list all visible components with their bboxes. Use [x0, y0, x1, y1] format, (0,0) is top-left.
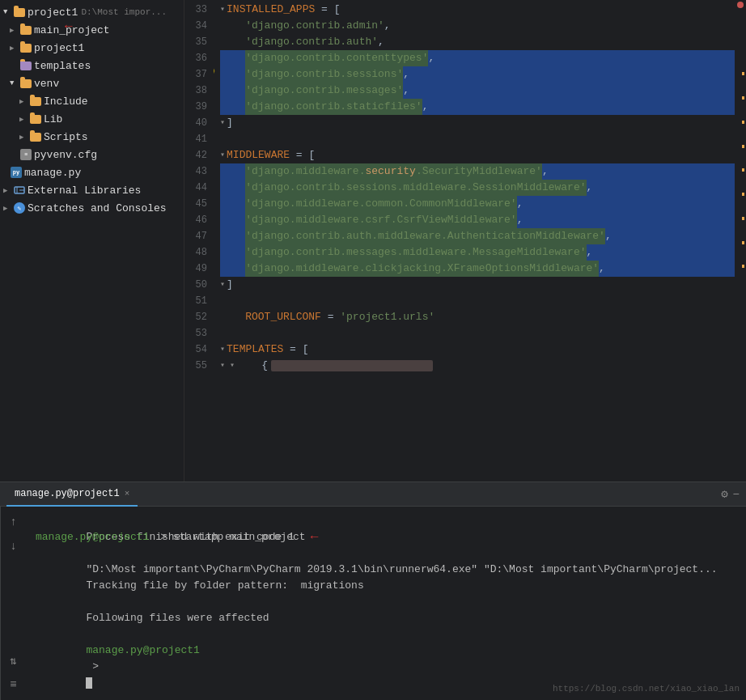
terminal-actions: ⚙ −: [721, 487, 740, 501]
bulb-icon[interactable]: 💡: [214, 66, 217, 83]
code-token: MIDDLEWARE: [227, 147, 290, 163]
cfg-file-icon: ≡: [19, 148, 32, 161]
project-sidebar: ▼ project1 D:\Most impor... ▶ main_proje…: [0, 0, 184, 482]
include-label: Include: [44, 95, 88, 108]
sidebar-item-scratches[interactable]: ▶ ✎ Scratches and Consoles: [0, 199, 184, 217]
warning-stripe: [742, 265, 744, 268]
term-separator: > startapp main_project: [154, 529, 305, 545]
sidebar-item-lib[interactable]: ▶ Lib: [0, 110, 184, 128]
code-token: ,: [403, 83, 409, 99]
code-token: [220, 261, 245, 277]
code-token: ,: [403, 66, 409, 83]
code-token: ,: [587, 244, 593, 261]
code-line-53: [220, 325, 735, 342]
sidebar-item-main-project[interactable]: ▶ main_project ←: [0, 21, 184, 39]
code-token: [220, 34, 245, 50]
warning-stripe: [742, 96, 744, 100]
fold-icon-2[interactable]: ▾: [230, 358, 235, 374]
scroll-down-button[interactable]: ↓: [5, 537, 23, 555]
code-token: [220, 163, 245, 180]
filter-button[interactable]: ≡: [5, 676, 23, 694]
fold-icon[interactable]: ▾: [220, 115, 225, 131]
code-token: ,: [517, 196, 523, 212]
code-token: ,: [517, 212, 523, 228]
code-token: 'django.middleware.security.SecurityMidd…: [245, 163, 542, 180]
code-line-41: [220, 131, 735, 147]
terminal-tab-label: manage.py@project1: [15, 488, 120, 499]
scroll-up-button[interactable]: ↑: [5, 513, 23, 531]
chevron-right-icon: ▶: [19, 115, 28, 124]
fold-icon[interactable]: ▾: [220, 277, 225, 293]
code-token: ,: [422, 99, 429, 115]
sidebar-item-venv[interactable]: ▼ venv: [0, 74, 184, 92]
code-token: = [: [315, 2, 340, 18]
code-token: 'django.contrib.auth.middleware.Authenti…: [245, 228, 605, 244]
cursor-block: [86, 677, 92, 689]
fold-icon[interactable]: ▾: [220, 342, 225, 358]
code-token: [220, 244, 245, 261]
sidebar-item-scripts[interactable]: ▶ Scripts: [0, 128, 184, 146]
code-line-33: ▾ INSTALLED_APPS = [: [220, 2, 735, 18]
code-token: 'django.middleware.clickjacking.XFrameOp…: [245, 261, 599, 277]
sidebar-item-include[interactable]: ▶ Include: [0, 92, 184, 110]
code-token: ,: [378, 34, 384, 50]
code-token: 'django.contrib.admin': [245, 18, 384, 34]
sidebar-item-managepy[interactable]: py manage.py: [0, 163, 184, 181]
code-token: [220, 196, 245, 212]
code-line-52: ROOT_URLCONF = 'project1.urls': [220, 309, 735, 325]
terminal-tab-managepy[interactable]: manage.py@project1 ×: [6, 482, 138, 507]
editor-content: 33 34 35 36 37 38 39 40 41 42 43 44 45 4…: [184, 0, 746, 482]
terminal-line-6: Following files were affected: [36, 594, 736, 610]
sidebar-item-project1[interactable]: ▶ project1: [0, 39, 184, 57]
code-token: 'django.middleware.common.CommonMiddlewa…: [245, 196, 516, 212]
code-token: [220, 309, 245, 325]
fold-icon[interactable]: ▾: [220, 358, 225, 374]
code-token: [220, 50, 245, 66]
chevron-down-icon: ▼: [10, 79, 18, 87]
code-content[interactable]: ▾ INSTALLED_APPS = [ 'django.contrib.adm…: [214, 0, 735, 482]
annotation-arrow: ←: [65, 19, 73, 34]
code-token: 'django.middleware.csrf.CsrfViewMiddlewa…: [245, 212, 516, 228]
folder-icon: [19, 41, 32, 54]
warning-stripe: [742, 241, 744, 244]
terminal-line-3: "D:\Most important\PyCharm\PyCharm 2019.…: [36, 545, 736, 562]
code-line-42: ▾ MIDDLEWARE = [: [220, 147, 735, 163]
fold-icon[interactable]: ▾: [220, 147, 225, 163]
terminal-output[interactable]: Process finished with exit code 1 manage…: [26, 507, 746, 700]
code-token: ,: [587, 180, 593, 196]
sidebar-item-external-libs[interactable]: ▶ External Libraries: [0, 181, 184, 199]
minimize-button[interactable]: −: [733, 488, 740, 501]
code-token: ,: [428, 50, 434, 66]
sort-button[interactable]: ⇅: [5, 651, 23, 669]
editor-gutter: [735, 0, 746, 482]
folder-icon: [29, 112, 42, 125]
line-numbers: 33 34 35 36 37 38 39 40 41 42 43 44 45 4…: [184, 0, 214, 482]
scratches-label: Scratches and Consoles: [28, 202, 167, 214]
code-token: [220, 180, 245, 196]
chevron-right-icon: ▶: [19, 97, 28, 106]
folder-icon: [29, 130, 42, 143]
settings-button[interactable]: ⚙: [721, 487, 727, 501]
code-line-45: 'django.middleware.common.CommonMiddlewa…: [220, 196, 735, 212]
sidebar-item-project1-root[interactable]: ▼ project1 D:\Most impor...: [0, 3, 184, 21]
code-token: ,: [384, 18, 391, 34]
sidebar-item-templates[interactable]: templates: [0, 57, 184, 74]
sidebar-item-pyvenv[interactable]: ≡ pyvenv.cfg: [0, 146, 184, 163]
folder-icon: [19, 77, 32, 90]
tab-close-button[interactable]: ×: [125, 489, 130, 498]
folder-icon: [19, 59, 32, 72]
chevron-right-icon: ▶: [3, 186, 11, 195]
term-prompt: manage.py@project1: [36, 529, 149, 545]
warning-stripe: [742, 145, 744, 148]
warning-stripe: [742, 168, 744, 172]
chevron-down-icon: ▼: [3, 8, 11, 16]
warning-stripe: [742, 72, 744, 75]
external-libs-icon: [13, 184, 26, 197]
fold-icon[interactable]: ▾: [220, 2, 225, 18]
folder-icon: [13, 6, 26, 19]
code-token: INSTALLED_APPS: [227, 2, 315, 18]
main-area: ▼ project1 D:\Most impor... ▶ main_proje…: [0, 0, 746, 482]
code-token: 'django.contrib.staticfiles': [245, 99, 422, 115]
code-line-50: ▾ ]: [220, 277, 735, 293]
terminal-panel: manage.py@project1 × ⚙ − ↑ ↓ ⇅ ≡ Process…: [0, 482, 746, 700]
